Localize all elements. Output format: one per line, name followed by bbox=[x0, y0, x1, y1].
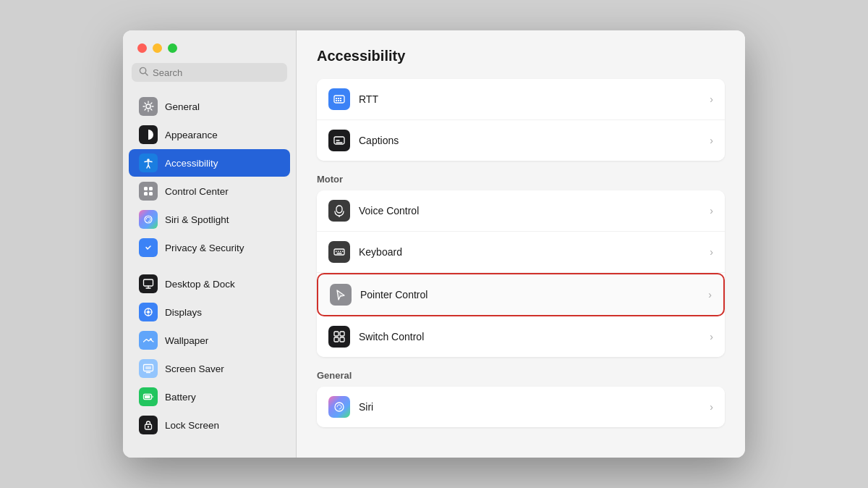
pointer-control-row[interactable]: Pointer Control › bbox=[317, 273, 725, 316]
sidebar-item-general[interactable]: General bbox=[129, 93, 290, 120]
lock-icon bbox=[139, 416, 158, 434]
svg-point-2 bbox=[146, 104, 150, 109]
privacy-icon bbox=[139, 238, 158, 257]
svg-rect-21 bbox=[334, 96, 344, 103]
rtt-row[interactable]: RTT › bbox=[317, 79, 725, 120]
siri-row[interactable]: Siri › bbox=[317, 387, 725, 427]
svg-rect-35 bbox=[337, 253, 342, 254]
motor-group: Voice Control › Keyboard › bbox=[317, 190, 725, 357]
voice-control-icon bbox=[328, 200, 350, 222]
wallpaper-label: Wallpaper bbox=[165, 335, 208, 346]
displays-label: Displays bbox=[165, 307, 202, 318]
svg-rect-7 bbox=[144, 192, 148, 195]
captions-icon bbox=[328, 130, 350, 151]
accessibility-label: Accessibility bbox=[165, 158, 218, 169]
svg-rect-36 bbox=[334, 332, 339, 336]
sidebar: General Appearance bbox=[123, 30, 297, 458]
sidebar-item-lock-screen[interactable]: Lock Screen bbox=[129, 411, 290, 439]
desktop-label: Desktop & Dock bbox=[165, 279, 235, 290]
traffic-lights bbox=[123, 30, 296, 63]
sidebar-item-appearance[interactable]: Appearance bbox=[129, 121, 290, 148]
svg-rect-5 bbox=[144, 187, 148, 190]
svg-line-1 bbox=[145, 73, 148, 75]
svg-point-40 bbox=[335, 403, 344, 411]
appearance-label: Appearance bbox=[165, 130, 218, 140]
svg-rect-33 bbox=[340, 251, 341, 253]
svg-point-12 bbox=[147, 311, 150, 314]
general-group: Siri › bbox=[317, 387, 725, 427]
svg-rect-37 bbox=[340, 332, 344, 336]
svg-rect-26 bbox=[338, 100, 339, 101]
svg-rect-24 bbox=[340, 98, 341, 99]
keyboard-label: Keyboard bbox=[359, 246, 710, 258]
desktop-icon bbox=[139, 274, 158, 293]
sidebar-item-accessibility[interactable]: Accessibility bbox=[129, 149, 290, 177]
siri-chevron: › bbox=[710, 401, 713, 413]
pointer-control-chevron: › bbox=[708, 289, 712, 300]
rtt-chevron: › bbox=[710, 93, 713, 105]
sidebar-item-screensaver[interactable]: Screen Saver bbox=[129, 355, 290, 382]
svg-rect-23 bbox=[338, 98, 339, 99]
pointer-control-icon bbox=[330, 284, 352, 306]
lock-screen-label: Lock Screen bbox=[165, 420, 219, 431]
svg-rect-6 bbox=[149, 187, 153, 190]
svg-rect-32 bbox=[338, 251, 339, 253]
svg-point-20 bbox=[148, 426, 149, 427]
captions-chevron: › bbox=[710, 135, 713, 146]
svg-point-14 bbox=[150, 338, 152, 340]
voice-control-label: Voice Control bbox=[359, 205, 710, 216]
screensaver-icon bbox=[139, 359, 158, 378]
privacy-label: Privacy & Security bbox=[165, 243, 244, 253]
sidebar-item-control-center[interactable]: Control Center bbox=[129, 177, 290, 205]
sidebar-item-battery[interactable]: Battery bbox=[129, 383, 290, 411]
settings-window: General Appearance bbox=[123, 30, 745, 458]
switch-control-row[interactable]: Switch Control › bbox=[317, 316, 725, 357]
sidebar-item-displays[interactable]: Displays bbox=[129, 298, 290, 326]
sidebar-item-desktop[interactable]: Desktop & Dock bbox=[129, 270, 290, 298]
appearance-icon bbox=[139, 125, 158, 144]
rtt-label: RTT bbox=[359, 93, 710, 105]
search-input[interactable] bbox=[153, 67, 280, 78]
voice-control-chevron: › bbox=[710, 205, 713, 216]
control-center-icon bbox=[139, 182, 158, 201]
voice-control-row[interactable]: Voice Control › bbox=[317, 190, 725, 232]
wallpaper-icon bbox=[139, 331, 158, 350]
maximize-button[interactable] bbox=[168, 43, 177, 53]
main-content: Accessibility RTT › bbox=[297, 30, 745, 458]
sidebar-item-siri[interactable]: Siri & Spotlight bbox=[129, 206, 290, 233]
captions-label: Captions bbox=[359, 135, 710, 146]
keyboard-row[interactable]: Keyboard › bbox=[317, 232, 725, 273]
siri-row-icon bbox=[328, 396, 350, 418]
siri-icon bbox=[139, 210, 158, 229]
keyboard-chevron: › bbox=[710, 246, 713, 258]
displays-icon bbox=[139, 303, 158, 321]
svg-rect-34 bbox=[342, 251, 344, 253]
svg-rect-31 bbox=[336, 251, 337, 253]
svg-rect-29 bbox=[336, 206, 342, 213]
svg-rect-25 bbox=[336, 100, 337, 101]
svg-rect-39 bbox=[340, 337, 344, 342]
siri-row-label: Siri bbox=[359, 401, 710, 413]
general-label: General bbox=[165, 101, 200, 112]
search-icon bbox=[139, 67, 148, 78]
sidebar-list: General Appearance bbox=[123, 89, 296, 458]
close-button[interactable] bbox=[137, 43, 147, 53]
svg-rect-18 bbox=[145, 395, 150, 398]
minimize-button[interactable] bbox=[153, 43, 162, 53]
svg-rect-10 bbox=[144, 279, 153, 286]
switch-control-icon bbox=[328, 326, 350, 348]
rtt-captions-group: RTT › Captions › bbox=[317, 79, 725, 161]
captions-row[interactable]: Captions › bbox=[317, 120, 725, 161]
search-bar[interactable] bbox=[132, 63, 287, 82]
sidebar-item-wallpaper[interactable]: Wallpaper bbox=[129, 327, 290, 354]
battery-label: Battery bbox=[165, 392, 196, 403]
keyboard-icon bbox=[328, 241, 350, 263]
battery-icon bbox=[139, 387, 158, 406]
svg-rect-16 bbox=[145, 366, 151, 369]
screensaver-label: Screen Saver bbox=[165, 363, 224, 374]
general-section-label: General bbox=[317, 370, 725, 381]
sidebar-item-privacy[interactable]: Privacy & Security bbox=[129, 234, 290, 261]
siri-label: Siri & Spotlight bbox=[165, 214, 229, 225]
accessibility-icon bbox=[139, 153, 158, 172]
switch-control-label: Switch Control bbox=[359, 331, 710, 342]
